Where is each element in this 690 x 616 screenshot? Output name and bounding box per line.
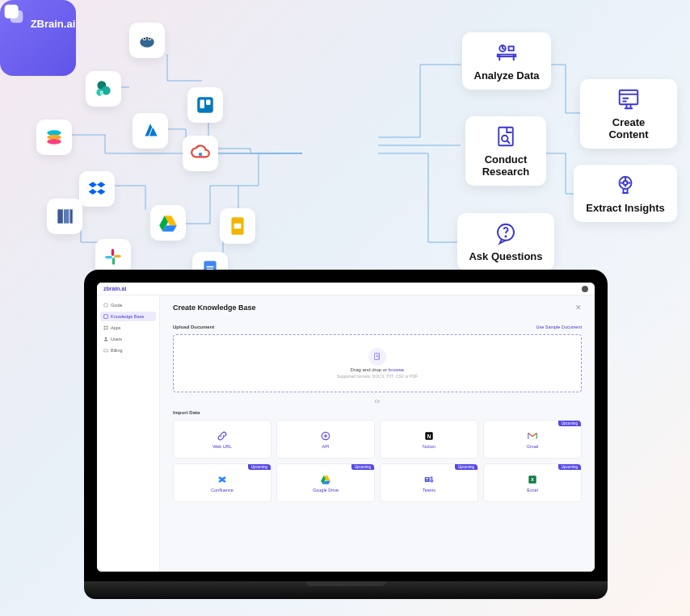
sidebar-item-users[interactable]: Users <box>100 334 156 344</box>
svg-point-47 <box>105 337 107 339</box>
import-card-label: Gmail <box>527 444 538 449</box>
feature-label: Extract Insights <box>586 202 665 214</box>
svg-point-56 <box>430 476 433 479</box>
sidebar-item-label: Billing <box>111 348 123 353</box>
svg-rect-35 <box>499 128 513 146</box>
upload-label: Upload Document <box>173 325 214 329</box>
upcoming-badge: Upcoming <box>558 464 581 470</box>
import-card-link[interactable]: Web URL <box>173 420 271 459</box>
gdrive-icon <box>320 474 331 485</box>
aws-icon <box>47 199 82 234</box>
svg-point-14 <box>47 139 61 145</box>
svg-rect-42 <box>104 315 108 319</box>
postgresql-icon <box>129 23 165 58</box>
page-title: Create Knowledge Base <box>173 304 256 312</box>
notion-icon: N <box>423 430 435 442</box>
svg-rect-19 <box>64 209 69 223</box>
svg-rect-30 <box>11 10 23 23</box>
avatar[interactable] <box>582 286 588 292</box>
gmail-icon <box>527 430 538 442</box>
sharepoint-icon: S <box>86 71 121 107</box>
svg-point-40 <box>505 236 506 237</box>
azure-icon <box>133 113 168 149</box>
sidebar-item-label: Apps <box>111 325 121 330</box>
trello-icon <box>187 87 223 123</box>
svg-point-15 <box>199 153 202 156</box>
upcoming-badge: Upcoming <box>558 421 581 426</box>
svg-rect-26 <box>207 266 214 268</box>
import-card-api[interactable]: API <box>276 420 375 459</box>
laptop-base <box>84 581 608 599</box>
svg-point-41 <box>104 304 108 308</box>
feature-conduct-research: Conduct Research <box>465 116 546 186</box>
svg-rect-57 <box>430 479 433 482</box>
svg-rect-23 <box>112 258 115 265</box>
sidebar: Guide Knowledge Base Apps Users <box>97 295 160 572</box>
laptop-mockup: zbrain.ai Guide Knowledge Base Apps <box>84 270 608 599</box>
import-card-label: Web URL <box>212 444 232 449</box>
feature-label: Conduct Research <box>482 153 530 178</box>
import-card-gmail[interactable]: UpcomingGmail <box>483 420 582 459</box>
svg-rect-18 <box>57 209 63 223</box>
svg-rect-9 <box>197 97 213 113</box>
confluence-icon <box>217 474 228 485</box>
feature-label: Ask Questions <box>469 250 542 262</box>
svg-rect-20 <box>70 209 73 223</box>
sidebar-item-billing[interactable]: Billing <box>100 346 156 355</box>
svg-rect-43 <box>104 326 106 328</box>
feature-label: Create Content <box>591 116 666 140</box>
feature-create-content: Create Content <box>580 79 677 149</box>
google-cloud-icon <box>183 136 218 171</box>
excel-icon: X <box>527 474 538 485</box>
import-card-excel[interactable]: UpcomingXExcel <box>483 463 582 502</box>
svg-text:S: S <box>100 90 104 96</box>
teams-icon: T <box>423 474 435 485</box>
sidebar-item-label: Guide <box>111 303 123 308</box>
or-divider: Or <box>173 399 582 404</box>
upload-dropzone[interactable]: Drag and drop or browse Supported format… <box>173 334 582 392</box>
import-card-confluence[interactable]: UpcomingConfluence <box>173 463 271 502</box>
google-slides-icon <box>220 208 255 244</box>
import-card-teams[interactable]: UpcomingTTeams <box>380 463 478 502</box>
sidebar-item-knowledge-base[interactable]: Knowledge Base <box>100 312 156 321</box>
svg-rect-11 <box>206 100 210 106</box>
svg-point-38 <box>624 181 628 185</box>
svg-rect-44 <box>107 326 108 328</box>
svg-rect-46 <box>107 329 108 330</box>
feature-label: Analyze Data <box>474 69 540 82</box>
import-label: Import Data <box>173 410 582 415</box>
svg-rect-10 <box>200 100 204 109</box>
google-drive-icon <box>150 205 186 241</box>
elastic-icon <box>36 119 72 155</box>
import-card-label: Google Drive <box>313 488 339 492</box>
svg-text:X: X <box>531 477 534 482</box>
svg-rect-48 <box>104 350 108 352</box>
svg-rect-34 <box>620 90 638 105</box>
api-icon <box>320 430 331 442</box>
import-card-gdrive[interactable]: UpcomingGoogle Drive <box>276 463 375 502</box>
brand-label: ZBrain.ai <box>31 18 76 30</box>
close-icon[interactable]: ✕ <box>575 304 582 312</box>
browse-link[interactable]: browse <box>389 367 404 372</box>
upload-file-icon <box>368 348 386 366</box>
svg-point-4 <box>149 38 150 40</box>
svg-rect-24 <box>105 256 112 258</box>
import-card-label: Teams <box>423 488 435 492</box>
upcoming-badge: Upcoming <box>455 464 478 470</box>
link-icon <box>217 430 228 442</box>
svg-point-0 <box>140 37 154 48</box>
svg-rect-45 <box>104 329 106 330</box>
zbrain-center-node: ZBrain.ai <box>0 0 76 76</box>
sample-document-link[interactable]: Use Sample Document <box>536 325 582 329</box>
app-logo: zbrain.ai <box>103 286 126 291</box>
sidebar-item-guide[interactable]: Guide <box>100 300 156 310</box>
integration-diagram: S ZBrain.ai Analyze Data Create Conte <box>0 0 690 291</box>
app-header: zbrain.ai <box>97 283 595 295</box>
sidebar-item-label: Knowledge Base <box>111 314 144 319</box>
import-card-label: Excel <box>527 488 537 492</box>
sidebar-item-label: Users <box>111 337 122 342</box>
import-card-notion[interactable]: NNotion <box>380 420 478 459</box>
dropbox-icon <box>79 171 115 207</box>
sidebar-item-apps[interactable]: Apps <box>100 323 156 333</box>
main-panel: Create Knowledge Base ✕ Upload Document … <box>160 295 595 572</box>
